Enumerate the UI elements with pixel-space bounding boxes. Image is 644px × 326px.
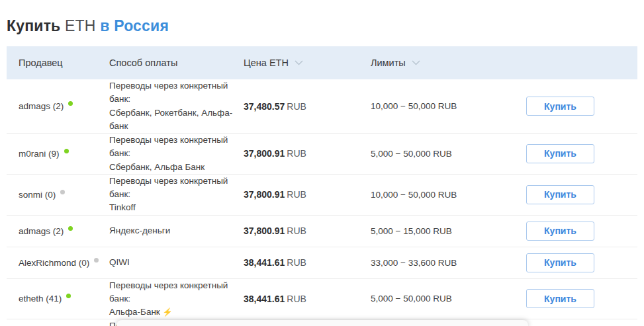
table-row: sonmi (0) Переводы через конкретный банк… xyxy=(7,175,637,216)
price-value: 38,441.61 xyxy=(244,294,285,304)
seller-name: admags (2) xyxy=(19,101,64,111)
price-currency: RUB xyxy=(287,189,306,200)
header-limits-sort[interactable]: Лимиты xyxy=(371,58,520,68)
limits-value: 5,000 − 50,000 RUB xyxy=(371,294,452,304)
table-row: admags (2) Переводы через конкретный бан… xyxy=(7,79,637,134)
header-seller-label: Продавец xyxy=(19,58,63,68)
limits-cell: 5,000 − 50,000 RUB xyxy=(371,149,520,159)
offers-table: Продавец Способ оплаты Цена ETH Лимиты a… xyxy=(7,46,637,326)
payment-method-cell: Переводы через конкретный банк: Сбербанк… xyxy=(109,134,244,174)
action-cell: Купить xyxy=(520,222,637,241)
table-body: admags (2) Переводы через конкретный бан… xyxy=(7,79,637,326)
price-cell: 38,441.61RUB xyxy=(244,257,371,268)
payment-line2: Сбербанк, Альфа Банк xyxy=(109,161,234,174)
page-title: Купить ETH в Россия xyxy=(7,17,644,35)
seller-name: admags (2) xyxy=(19,226,64,236)
online-status-dot-icon xyxy=(66,294,71,298)
limits-value: 10,000 − 50,000 RUB xyxy=(371,190,457,200)
payment-line1: QIWI xyxy=(109,256,234,269)
lightning-bolt-icon: ⚡ xyxy=(163,307,173,317)
seller-name: etheth (41) xyxy=(19,294,62,304)
title-asset: ETH xyxy=(65,17,96,34)
seller-cell: m0rani (9) xyxy=(7,149,109,159)
price-cell: 38,441.61RUB xyxy=(244,294,371,304)
price-value: 37,800.91 xyxy=(244,148,285,159)
payment-line1: Яндекс-деньги xyxy=(109,224,234,237)
price-currency: RUB xyxy=(287,101,306,112)
header-price-label: Цена ETH xyxy=(244,58,289,68)
header-payment: Способ оплаты xyxy=(109,58,244,68)
price-cell: 37,800.91RUB xyxy=(244,225,371,236)
payment-line2: Tinkoff xyxy=(109,201,234,214)
next-section-edge xyxy=(116,320,528,326)
online-status-dot-icon xyxy=(68,101,73,106)
seller-cell: admags (2) xyxy=(7,101,109,111)
buy-button[interactable]: Купить xyxy=(526,253,594,272)
payment-method-cell: Переводы через конкретный банк: Сбербанк… xyxy=(109,79,244,133)
limits-cell: 10,000 − 50,000 RUB xyxy=(371,101,520,111)
buy-button[interactable]: Купить xyxy=(526,289,594,308)
price-value: 37,480.57 xyxy=(244,101,285,112)
limits-value: 10,000 − 50,000 RUB xyxy=(371,101,457,111)
price-cell: 37,800.91RUB xyxy=(244,189,371,200)
price-value: 37,800.91 xyxy=(244,225,285,236)
price-value: 38,441.61 xyxy=(244,257,285,268)
action-cell: Купить xyxy=(520,253,637,272)
action-cell: Купить xyxy=(520,144,637,163)
table-row: etheth (41) Переводы через конкретный ба… xyxy=(7,279,637,320)
payment-line1: Переводы через конкретный банк: xyxy=(109,134,234,161)
price-cell: 37,480.57RUB xyxy=(244,101,371,112)
price-cell: 37,800.91RUB xyxy=(244,148,371,159)
table-row: m0rani (9) Переводы через конкретный бан… xyxy=(7,134,637,175)
buy-button[interactable]: Купить xyxy=(526,144,594,163)
table-row: AlexRichmond (0) QIWI 38,441.61RUB 33,00… xyxy=(7,247,637,279)
buy-button[interactable]: Купить xyxy=(526,222,594,241)
limits-cell: 5,000 − 50,000 RUB xyxy=(371,294,520,304)
limits-cell: 10,000 − 50,000 RUB xyxy=(371,190,520,200)
table-header-row: Продавец Способ оплаты Цена ETH Лимиты xyxy=(7,46,637,79)
price-value: 37,800.91 xyxy=(244,189,285,200)
chevron-down-icon[interactable] xyxy=(295,60,303,65)
seller-cell: admags (2) xyxy=(7,226,109,236)
payment-method-cell: Переводы через конкретный банк: Tinkoff xyxy=(109,175,244,215)
seller-cell: sonmi (0) xyxy=(7,190,109,200)
payment-line1: Переводы через конкретный банк: xyxy=(109,279,234,306)
seller-name: sonmi (0) xyxy=(19,190,56,200)
action-cell: Купить xyxy=(520,97,637,116)
payment-line1: Переводы через конкретный банк: xyxy=(109,175,234,202)
limits-cell: 33,000 − 33,600 RUB xyxy=(371,258,520,268)
table-row: admags (2) Яндекс-деньги 37,800.91RUB 5,… xyxy=(7,216,637,247)
price-currency: RUB xyxy=(287,225,306,236)
seller-name: AlexRichmond (0) xyxy=(19,258,89,268)
header-seller: Продавец xyxy=(7,58,109,68)
limits-cell: 5,000 − 15,000 RUB xyxy=(371,226,520,236)
payment-method-cell: Яндекс-деньги xyxy=(109,224,244,237)
header-limits-label: Лимиты xyxy=(371,58,406,68)
online-status-dot-icon xyxy=(60,190,65,194)
payment-line1: Переводы через конкретный банк: xyxy=(109,79,234,106)
payment-line2: Сбербанк, Рокетбанк, Альфа-банк xyxy=(109,106,234,134)
title-action: Купить xyxy=(7,17,60,34)
action-cell: Купить xyxy=(520,289,637,308)
limits-value: 5,000 − 15,000 RUB xyxy=(371,226,452,236)
seller-cell: etheth (41) xyxy=(7,294,109,304)
buy-button[interactable]: Купить xyxy=(526,97,594,116)
action-cell: Купить xyxy=(520,185,637,204)
online-status-dot-icon xyxy=(64,149,69,153)
seller-cell: AlexRichmond (0) xyxy=(7,258,109,268)
online-status-dot-icon xyxy=(94,258,99,263)
price-currency: RUB xyxy=(287,148,306,159)
price-currency: RUB xyxy=(287,294,306,304)
seller-name: m0rani (9) xyxy=(19,149,60,159)
limits-value: 33,000 − 33,600 RUB xyxy=(371,258,457,268)
limits-value: 5,000 − 50,000 RUB xyxy=(371,149,452,159)
header-price-sort[interactable]: Цена ETH xyxy=(244,58,371,68)
payment-method-cell: Переводы через конкретный банк: Альфа-Ба… xyxy=(109,279,244,319)
buy-button[interactable]: Купить xyxy=(526,185,594,204)
payment-method-cell: QIWI xyxy=(109,256,244,269)
payment-line2: Альфа-Банк ⚡ xyxy=(109,306,234,319)
header-payment-label: Способ оплаты xyxy=(109,58,177,68)
chevron-down-icon[interactable] xyxy=(412,60,420,65)
price-currency: RUB xyxy=(287,257,306,268)
title-location-link[interactable]: в Россия xyxy=(100,17,169,34)
